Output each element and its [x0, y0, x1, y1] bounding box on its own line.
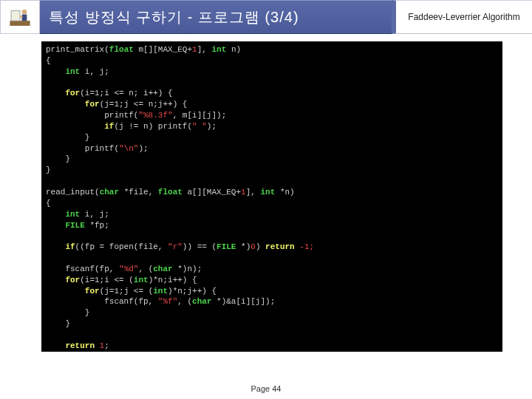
code-line: if((fp = fopen(file, "r")) == (FILE *)0)…	[46, 242, 314, 251]
code-line: print_matrix(float m[][MAX_EQ+1], int n)	[46, 45, 241, 54]
code-line: {	[46, 199, 51, 208]
code-line: read_input(char *file, float a[][MAX_EQ+…	[46, 188, 295, 197]
page-number: Page 44	[0, 384, 532, 393]
code-line: }	[46, 319, 70, 328]
code-line: for(j=1;j <= (int)*n;j++) {	[46, 287, 216, 296]
svg-point-2	[22, 10, 27, 15]
code-line: FILE *fp;	[46, 221, 109, 230]
algorithm-name: Faddeev-Leverrier Algorithm	[392, 0, 532, 34]
code-line: {	[46, 56, 51, 65]
code-content: print_matrix(float m[][MAX_EQ+1], int n)…	[46, 44, 498, 352]
code-line: for(i=1;i <= (int)*n;i++) {	[46, 276, 197, 284]
svg-rect-4	[20, 16, 22, 18]
code-line: }	[46, 154, 70, 163]
code-line: fscanf(fp, "%d", (char *)n);	[46, 265, 202, 273]
code-line: printf("%8.3f", m[i][j]);	[46, 111, 226, 120]
reader-icon	[7, 4, 33, 30]
code-viewer: print_matrix(float m[][MAX_EQ+1], int n)…	[41, 41, 502, 352]
code-line: for(i=1;i <= n; i++) {	[46, 89, 173, 98]
title-icon	[0, 0, 40, 34]
code-line: }	[46, 133, 89, 142]
svg-rect-0	[10, 21, 30, 26]
svg-rect-1	[11, 11, 20, 21]
slide-title: 특성 방정식 구하기 - 프로그램 (3/4)	[40, 0, 392, 34]
code-line: for(j=1;j <= n;j++) {	[46, 100, 187, 109]
code-line: printf("\n");	[46, 144, 149, 153]
svg-rect-3	[22, 15, 27, 21]
code-line: int i, j;	[46, 210, 109, 219]
code-line: int i, j;	[46, 67, 109, 76]
code-line: if(j != n) printf(" ");	[46, 122, 216, 131]
slide-title-bar: 특성 방정식 구하기 - 프로그램 (3/4) Faddeev-Leverrie…	[0, 0, 532, 34]
code-line: fscanf(fp, "%f", (char *)&a[i][j]);	[46, 297, 275, 306]
code-line: }	[46, 308, 89, 317]
code-line: }	[46, 166, 51, 174]
code-line: return 1;	[46, 341, 109, 350]
